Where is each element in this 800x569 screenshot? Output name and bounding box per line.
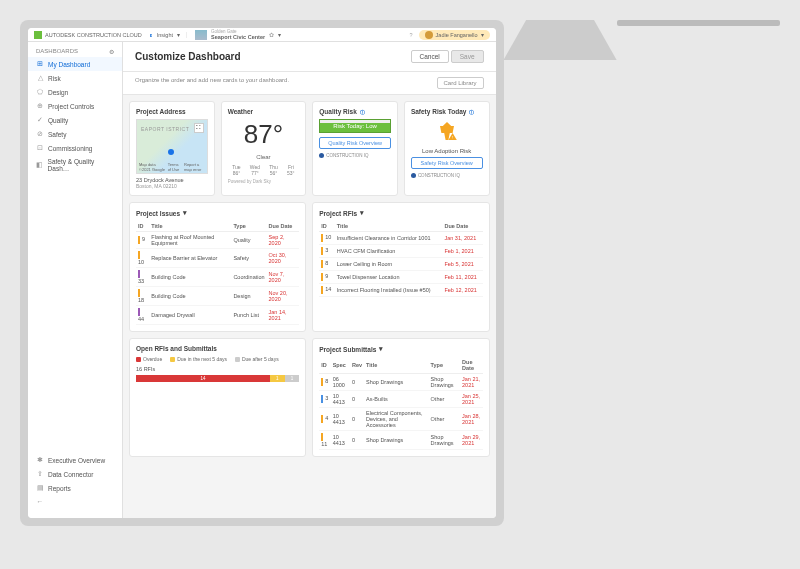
chevron-down-icon: ▾: [481, 32, 484, 38]
nav-icon: ◧: [36, 161, 44, 169]
table-row[interactable]: 310 44130As-BuiltsOtherJan 25, 2021: [319, 391, 482, 408]
table-row[interactable]: 14Incorrect Flooring Installed (Issue #5…: [319, 284, 482, 297]
quality-risk-overview-button[interactable]: Quality Risk Overview: [319, 137, 391, 149]
sidebar-header: DASHBOARDS ⚙: [28, 46, 122, 57]
table-row[interactable]: 44Damaged DrywallPunch ListJan 14, 2021: [136, 306, 299, 325]
table-row[interactable]: 410 44130Electrical Components, Devices,…: [319, 408, 482, 431]
save-button[interactable]: Save: [451, 50, 484, 63]
cancel-button[interactable]: Cancel: [411, 50, 449, 63]
rfi-count-label: 16 RFIs: [136, 366, 299, 372]
table-row[interactable]: 806 10000Shop DrawingsShop DrawingsJan 2…: [319, 374, 482, 391]
chevron-down-icon: ▾: [278, 32, 281, 38]
table-row[interactable]: 9Towel Dispenser LocationFeb 11, 2021: [319, 271, 482, 284]
card-library-button[interactable]: Card Library: [437, 77, 484, 89]
issues-table: ID Title Type Due Date 9Flashing at Roof…: [136, 221, 299, 325]
table-row[interactable]: 9Flashing at Roof Mounted EquipmentQuali…: [136, 232, 299, 249]
card-title[interactable]: Project RFIs ▾: [319, 209, 482, 217]
sidebar-item-safety-quality-dash-[interactable]: ◧Safety & Quality Dash…: [28, 155, 122, 175]
settings-icon[interactable]: ⚙: [109, 48, 114, 55]
worker-warning-icon: !: [411, 119, 483, 144]
nav-icon: ⊡: [36, 144, 44, 152]
map-report[interactable]: Report a map error: [184, 162, 205, 172]
table-row[interactable]: 8Lower Ceiling in RoomFeb 5, 2021: [319, 258, 482, 271]
table-row[interactable]: 10Replace Barrier at ElevatorSafetyOct 3…: [136, 249, 299, 268]
topbar: AUTODESK CONSTRUCTION CLOUD ⫾ Insight ▾ …: [28, 28, 496, 42]
table-row[interactable]: 33Building CodeCoordinationNov 7, 2020: [136, 268, 299, 287]
forecast-day: Fri53°: [287, 164, 295, 176]
sidebar-item-collapse[interactable]: ←: [28, 495, 123, 508]
sidebar-item-label: Safety & Quality Dash…: [48, 158, 114, 172]
nav-icon: ⊘: [36, 130, 44, 138]
info-icon[interactable]: ⓘ: [469, 109, 474, 115]
forecast-day: Tue86°: [232, 164, 240, 176]
map-terms[interactable]: Terms of Use: [168, 162, 182, 172]
sidebar-item-risk[interactable]: △Risk: [28, 71, 122, 85]
forecast-day: Thu56°: [269, 164, 278, 176]
chevron-down-icon: ▾: [183, 209, 187, 217]
gear-icon[interactable]: ✿: [269, 32, 274, 38]
sidebar-item-label: My Dashboard: [48, 61, 90, 68]
brand-label: AUTODESK CONSTRUCTION CLOUD: [45, 32, 142, 38]
sidebar-item-label: Data Connector: [48, 471, 94, 478]
sidebar-item-label: Safety: [48, 131, 66, 138]
help-icon[interactable]: ?: [410, 32, 413, 38]
sidebar-item-label: Executive Overview: [48, 457, 105, 464]
sidebar-item-my-dashboard[interactable]: ⊞My Dashboard: [28, 57, 122, 71]
card-title[interactable]: Project Issues ▾: [136, 209, 299, 217]
card-safety-risk[interactable]: Safety Risk Todayⓘ ! Low Adoption Risk S…: [404, 101, 490, 196]
card-project-issues[interactable]: Project Issues ▾ ID Title Type Due Date …: [129, 202, 306, 332]
project-thumb-icon: [195, 30, 207, 40]
info-icon[interactable]: ⓘ: [360, 109, 365, 115]
project-selector[interactable]: Golden Gate Seaport Civic Center ✿ ▾: [195, 29, 281, 40]
card-project-rfis[interactable]: Project RFIs ▾ ID Title Due Date 10Insuf…: [312, 202, 489, 332]
safety-risk-overview-button[interactable]: Safety Risk Overview: [411, 157, 483, 169]
sidebar-item-executive-overview[interactable]: ✱Executive Overview: [28, 453, 123, 467]
weather-attribution: Powered by Dark Sky: [228, 179, 300, 184]
sidebar-item-reports[interactable]: ▤Reports: [28, 481, 123, 495]
chart-icon: ⫾: [150, 32, 153, 38]
sidebar-item-design[interactable]: ⬠Design: [28, 85, 122, 99]
sidebar-item-safety[interactable]: ⊘Safety: [28, 127, 122, 141]
construction-iq-label: CONSTRUCTION IQ: [319, 153, 391, 158]
table-row[interactable]: 3HVAC CFM ClarificationFeb 1, 2021: [319, 245, 482, 258]
safety-risk-label: Low Adoption Risk: [411, 148, 483, 154]
card-quality-risk[interactable]: Quality Riskⓘ Risk Today: Low Quality Ri…: [312, 101, 398, 196]
card-title[interactable]: Project Submittals ▾: [319, 345, 482, 353]
card-title: Open RFIs and Submittals: [136, 345, 299, 352]
card-title: Safety Risk Todayⓘ: [411, 108, 483, 115]
bar-segment: 14: [136, 375, 270, 382]
table-row[interactable]: 10Insufficient Clearance in Corridor 100…: [319, 232, 482, 245]
sidebar-item-label: Quality: [48, 117, 68, 124]
card-weather[interactable]: Weather 87° Clear Tue86°Wed77°Thu56°Fri5…: [221, 101, 307, 196]
nav-icon: ⇪: [36, 470, 44, 478]
sidebar-item-label: Reports: [48, 485, 71, 492]
sidebar-item-label: Commissioning: [48, 145, 92, 152]
chevron-down-icon: ▾: [379, 345, 383, 353]
sidebar-item-commissioning[interactable]: ⊡Commissioning: [28, 141, 122, 155]
nav-icon: △: [36, 74, 44, 82]
card-title: Quality Riskⓘ: [319, 108, 391, 115]
page-title: Customize Dashboard: [135, 51, 241, 62]
avatar: [425, 31, 433, 39]
nav-icon: ✓: [36, 116, 44, 124]
submittals-table: ID Spec Rev Title Type Due Date 806 1000…: [319, 357, 482, 450]
insight-selector[interactable]: ⫾ Insight ▾: [150, 32, 187, 38]
user-menu[interactable]: Jadie Fanganello ▾: [419, 30, 490, 40]
table-row[interactable]: 1110 44130Shop DrawingsShop DrawingsJan …: [319, 431, 482, 450]
rfis-table: ID Title Due Date 10Insufficient Clearan…: [319, 221, 482, 297]
sidebar-item-data-connector[interactable]: ⇪Data Connector: [28, 467, 123, 481]
fullscreen-icon[interactable]: ⛶: [194, 123, 204, 133]
nav-icon: ⊕: [36, 102, 44, 110]
card-project-address[interactable]: Project Address EAPORT ISTRICT ⛶ Map dat…: [129, 101, 215, 196]
nav-icon: ⊞: [36, 60, 44, 68]
map[interactable]: EAPORT ISTRICT ⛶ Map data ©2021 Google T…: [136, 119, 208, 174]
nav-icon: ▤: [36, 484, 44, 492]
card-project-submittals[interactable]: Project Submittals ▾ ID Spec Rev Title T…: [312, 338, 489, 457]
sidebar-item-quality[interactable]: ✓Quality: [28, 113, 122, 127]
sidebar-item-label: Risk: [48, 75, 61, 82]
map-attribution: Map data ©2021 Google: [139, 162, 166, 172]
sidebar-item-project-controls[interactable]: ⊕Project Controls: [28, 99, 122, 113]
table-row[interactable]: 18Building CodeDesignNov 20, 2020: [136, 287, 299, 306]
card-open-rfis-submittals[interactable]: Open RFIs and Submittals OverdueDue in t…: [129, 338, 306, 457]
map-area-label: EAPORT ISTRICT: [141, 126, 189, 132]
